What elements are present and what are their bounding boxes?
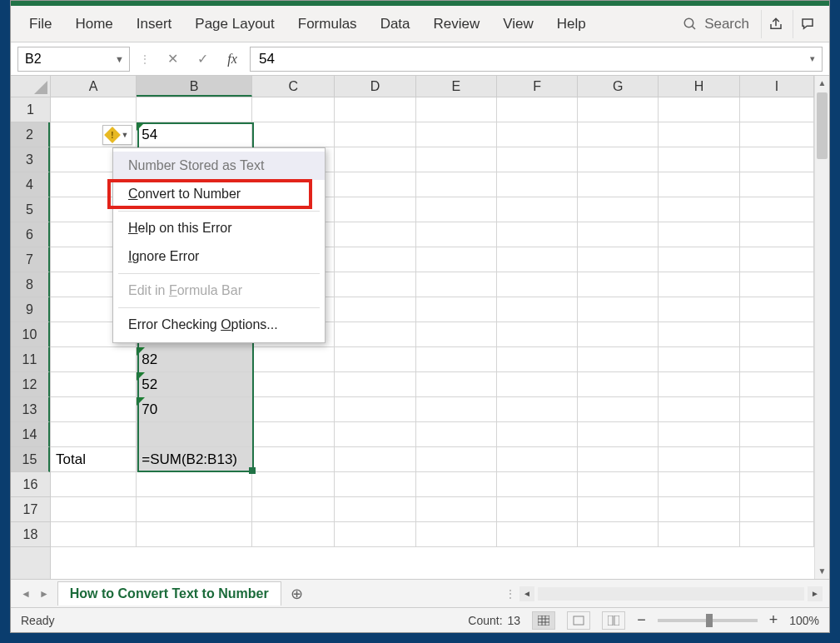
cell-G14[interactable] [578,422,659,447]
cell-H17[interactable] [659,497,739,522]
cell-A18[interactable] [51,522,137,547]
tab-view[interactable]: View [493,9,544,39]
cell-D16[interactable] [335,472,415,497]
cell-H16[interactable] [659,472,739,497]
cell-B2[interactable]: 54 [137,122,252,147]
cell-D7[interactable] [335,247,415,272]
cell-I8[interactable] [740,272,814,297]
cell-F10[interactable] [497,322,578,347]
cell-F8[interactable] [497,272,578,297]
menu-item-convert-to-number[interactable]: Convert to Number [113,180,325,208]
cell-A16[interactable] [51,472,137,497]
cell-E10[interactable] [416,322,497,347]
cell-G8[interactable] [578,272,659,297]
column-header-C[interactable]: C [252,76,335,97]
cell-G6[interactable] [578,222,659,247]
cell-D4[interactable] [335,172,415,197]
column-header-F[interactable]: F [497,76,578,97]
cell-C16[interactable] [252,472,335,497]
tab-data[interactable]: Data [370,9,420,39]
cell-F13[interactable] [497,397,578,422]
row-header-13[interactable]: 13 [11,397,50,422]
cell-H10[interactable] [659,322,739,347]
cell-D2[interactable] [335,122,415,147]
cell-F16[interactable] [497,472,578,497]
tab-home[interactable]: Home [65,9,122,39]
cell-B1[interactable] [137,97,252,122]
zoom-knob[interactable] [706,614,713,627]
column-header-I[interactable]: I [740,76,814,97]
cell-E18[interactable] [416,522,497,547]
cell-E7[interactable] [416,247,497,272]
cell-D12[interactable] [335,372,415,397]
cell-H14[interactable] [659,422,739,447]
cell-F12[interactable] [497,372,578,397]
cell-E4[interactable] [416,172,497,197]
cell-B14[interactable] [137,422,252,447]
hscroll-left-icon[interactable]: ◄ [519,586,534,601]
cell-C18[interactable] [252,522,335,547]
cell-D1[interactable] [335,97,415,122]
cell-G7[interactable] [578,247,659,272]
cell-E17[interactable] [416,497,497,522]
cell-G10[interactable] [578,322,659,347]
cell-F14[interactable] [497,422,578,447]
cell-G12[interactable] [578,372,659,397]
cell-I13[interactable] [740,397,814,422]
cell-F5[interactable] [497,197,578,222]
tab-review[interactable]: Review [424,9,490,39]
cell-E1[interactable] [416,97,497,122]
cell-G17[interactable] [578,497,659,522]
cell-C14[interactable] [252,422,335,447]
fx-button[interactable]: fx [220,47,245,72]
menu-item-ignore-error[interactable]: Ignore Error [113,242,325,271]
view-page-break-button[interactable] [602,611,625,630]
cell-I10[interactable] [740,322,814,347]
cell-E15[interactable] [416,447,497,472]
cell-A15[interactable]: Total [51,447,137,472]
cell-G13[interactable] [578,397,659,422]
tab-page-layout[interactable]: Page Layout [185,9,284,39]
sheet-split-icon[interactable]: ⋮ [504,587,516,601]
cell-B13[interactable]: 70 [137,397,252,422]
cell-E6[interactable] [416,222,497,247]
cell-D13[interactable] [335,397,415,422]
cell-G1[interactable] [578,97,659,122]
cell-I11[interactable] [740,347,814,372]
row-header-10[interactable]: 10 [11,322,50,347]
cell-D3[interactable] [335,147,415,172]
row-header-16[interactable]: 16 [11,472,50,497]
view-page-layout-button[interactable] [567,611,590,630]
cell-I4[interactable] [740,172,814,197]
cell-B12[interactable]: 52 [137,372,252,397]
cell-H15[interactable] [659,447,739,472]
cell-F17[interactable] [497,497,578,522]
cell-A14[interactable] [51,422,137,447]
cell-F9[interactable] [497,297,578,322]
row-header-14[interactable]: 14 [11,422,50,447]
add-sheet-button[interactable]: ⊕ [286,583,308,605]
cell-G11[interactable] [578,347,659,372]
cell-C2[interactable] [252,122,335,147]
cell-A11[interactable] [51,347,137,372]
cell-F6[interactable] [497,222,578,247]
cell-A17[interactable] [51,497,137,522]
column-header-E[interactable]: E [416,76,497,97]
cell-H3[interactable] [659,147,739,172]
tab-help[interactable]: Help [547,9,596,39]
accept-formula-button[interactable]: ✓ [190,47,215,72]
cell-H11[interactable] [659,347,739,372]
cell-H9[interactable] [659,297,739,322]
row-header-4[interactable]: 4 [11,172,50,197]
cell-I3[interactable] [740,147,814,172]
row-header-3[interactable]: 3 [11,147,50,172]
cell-E5[interactable] [416,197,497,222]
cell-G4[interactable] [578,172,659,197]
cell-E3[interactable] [416,147,497,172]
sheet-tab-active[interactable]: How to Convert Text to Number [57,581,281,606]
cell-H7[interactable] [659,247,739,272]
cell-D17[interactable] [335,497,415,522]
cell-B18[interactable] [137,522,252,547]
cell-E11[interactable] [416,347,497,372]
cell-C13[interactable] [252,397,335,422]
